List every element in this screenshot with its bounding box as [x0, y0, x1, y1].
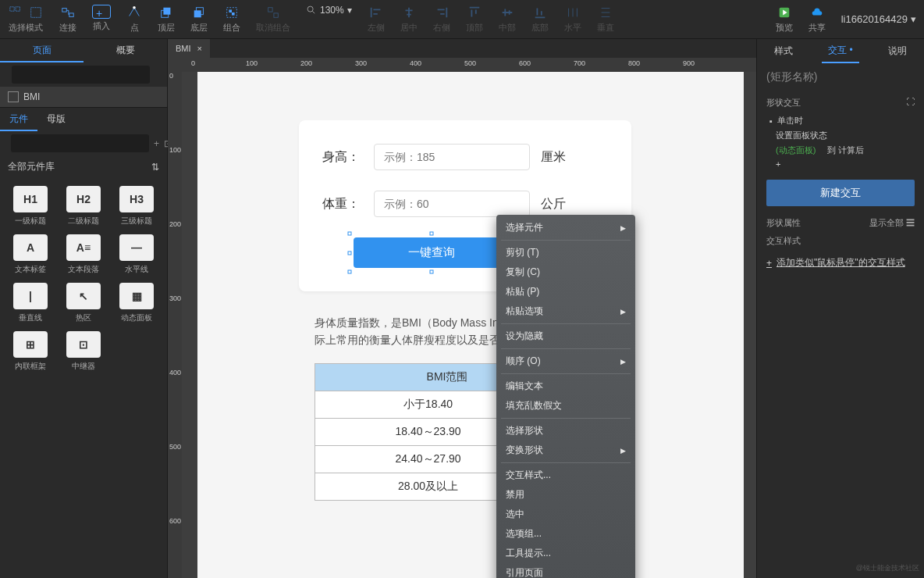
- context-menu: 选择元件▶剪切 (T)复制 (C)粘贴 (P)粘贴选项▶设为隐藏顺序 (O)▶编…: [496, 215, 635, 578]
- menu-item[interactable]: 粘贴选项▶: [496, 301, 635, 321]
- menu-item[interactable]: 选择元件▶: [496, 218, 635, 237]
- ungroup-group: 取消组合: [256, 5, 290, 34]
- menu-item[interactable]: 禁用: [496, 485, 635, 505]
- insert-button[interactable]: +: [92, 5, 111, 19]
- menu-item[interactable]: 引用页面: [496, 563, 635, 578]
- menu-item[interactable]: 粘贴 (P): [496, 282, 635, 301]
- insert-label: 插入: [93, 20, 110, 32]
- weight-input[interactable]: [374, 191, 530, 217]
- menu-item-label: 顺序 (O): [506, 355, 541, 368]
- connect-group[interactable]: 连接: [59, 5, 76, 34]
- menu-item[interactable]: 填充乱数假文: [496, 396, 635, 416]
- widget-item[interactable]: —水平线: [114, 234, 159, 275]
- add-action[interactable]: +: [776, 158, 915, 170]
- menu-item-label: 变换形状: [506, 444, 543, 457]
- svg-rect-6: [163, 8, 170, 15]
- height-unit: 厘米: [541, 149, 566, 166]
- file-tab[interactable]: BMI ×: [168, 39, 210, 58]
- widget-name-label: 垂直线: [19, 312, 42, 323]
- add-page-icon[interactable]: [155, 70, 155, 80]
- menu-item[interactable]: 变换形状▶: [496, 441, 635, 460]
- style-tab[interactable]: 样式: [768, 40, 799, 62]
- query-button[interactable]: 一键查询: [354, 237, 510, 268]
- group-icon: [224, 5, 240, 20]
- canvas[interactable]: 身高： 厘米 体重： 公斤 一键查询: [182, 72, 756, 578]
- outline-tab[interactable]: 概要: [84, 39, 167, 62]
- menu-item[interactable]: 选择形状: [496, 421, 635, 441]
- share-group[interactable]: 共享: [808, 5, 826, 34]
- containment-icon[interactable]: [28, 5, 44, 20]
- close-tab-icon[interactable]: ×: [197, 44, 202, 53]
- widget-search-input[interactable]: [11, 134, 149, 152]
- point-group[interactable]: 点: [126, 5, 142, 34]
- height-input[interactable]: [374, 144, 530, 170]
- event-on-click[interactable]: ▪ 单击时: [769, 113, 915, 128]
- interact-tab[interactable]: 交互 •: [822, 39, 859, 63]
- widget-thumb: |: [13, 283, 48, 309]
- masters-tab[interactable]: 母版: [37, 108, 75, 131]
- new-interaction-button[interactable]: 新建交互: [766, 180, 915, 206]
- add-folder-icon[interactable]: [160, 70, 161, 80]
- share-icon: [809, 5, 825, 20]
- shape-name-field[interactable]: (矩形名称): [757, 62, 924, 92]
- preview-group[interactable]: 预览: [776, 5, 793, 34]
- expand-icon[interactable]: ⛶: [906, 97, 915, 109]
- widgets-tab[interactable]: 元件: [0, 108, 37, 131]
- top-group[interactable]: 顶层: [158, 5, 175, 34]
- bottom-icon: [191, 5, 207, 20]
- menu-item[interactable]: 交互样式...: [496, 466, 635, 485]
- svg-rect-0: [10, 7, 14, 11]
- widget-item[interactable]: H1一级标题: [8, 186, 53, 227]
- widget-thumb: ⊞: [13, 331, 48, 358]
- widget-item[interactable]: H2二级标题: [61, 186, 106, 227]
- menu-item[interactable]: 顺序 (O)▶: [496, 351, 635, 371]
- group-group[interactable]: 组合: [223, 5, 240, 34]
- align-top-icon: [467, 5, 482, 20]
- username-menu[interactable]: li16620164429 ▾: [841, 13, 916, 25]
- selection-icon[interactable]: [8, 5, 23, 20]
- widget-item[interactable]: H3三级标题: [114, 186, 159, 227]
- widget-name-label: 动态面板: [121, 312, 152, 323]
- widget-item[interactable]: ⊞内联框架: [8, 331, 53, 372]
- right-panel: 样式 交互 • 说明 (矩形名称) 形状交互 ⛶ ▪ 单击时 设置面板状态 (动…: [756, 39, 924, 578]
- pages-tab[interactable]: 页面: [0, 39, 84, 62]
- widget-item[interactable]: |垂直线: [8, 283, 53, 323]
- menu-item[interactable]: 选中: [496, 505, 635, 524]
- add-lib-icon[interactable]: +: [154, 138, 159, 149]
- zoom-group[interactable]: 130% ▾: [306, 5, 352, 34]
- widget-item[interactable]: ▦动态面板: [114, 283, 159, 323]
- menu-item-label: 工具提示...: [506, 547, 551, 560]
- note-tab[interactable]: 说明: [882, 40, 913, 62]
- page-item-bmi[interactable]: BMI: [0, 87, 167, 107]
- add-interaction-style[interactable]: + 添加类似"鼠标悬停"的交互样式: [757, 250, 924, 276]
- menu-item[interactable]: 复制 (C): [496, 262, 635, 282]
- menu-item[interactable]: 工具提示...: [496, 544, 635, 563]
- show-all-link[interactable]: 显示全部: [869, 218, 904, 227]
- menu-item-label: 选中: [506, 508, 524, 521]
- align-middle-icon: [499, 5, 515, 20]
- bottom-group[interactable]: 底层: [190, 5, 208, 34]
- insert-group[interactable]: + 插入: [92, 5, 111, 34]
- menu-item[interactable]: 剪切 (T): [496, 243, 635, 262]
- menu-item[interactable]: 选项组...: [496, 524, 635, 544]
- library-select[interactable]: 全部元件库 ⇅: [0, 155, 167, 178]
- menu-item[interactable]: 编辑文本: [496, 376, 635, 396]
- widget-thumb: ⊡: [66, 331, 101, 358]
- widget-item[interactable]: A文本标签: [8, 234, 53, 275]
- select-mode-group[interactable]: 选择模式: [8, 5, 44, 34]
- widget-item[interactable]: ⊡中继器: [61, 331, 106, 372]
- add-style-label: 添加类似"鼠标悬停"的交互样式: [777, 256, 905, 269]
- widget-item[interactable]: ↖热区: [61, 283, 106, 323]
- point-label: 点: [130, 22, 139, 34]
- menu-item[interactable]: 设为隐藏: [496, 326, 635, 346]
- widget-thumb: ↖: [66, 283, 101, 309]
- username-text: li16620164429: [841, 13, 908, 25]
- target-panel[interactable]: (动态面板) 到 计算后: [776, 143, 915, 158]
- zoom-dropdown-icon[interactable]: ▾: [347, 5, 352, 16]
- align-left-group: 左侧: [368, 5, 385, 34]
- page-search-input[interactable]: [12, 66, 150, 84]
- action-set-panel[interactable]: 设置面板状态: [776, 128, 915, 143]
- zoom-value: 130%: [320, 5, 344, 16]
- search-icon[interactable]: [6, 70, 7, 80]
- widget-item[interactable]: A≡文本段落: [61, 234, 106, 275]
